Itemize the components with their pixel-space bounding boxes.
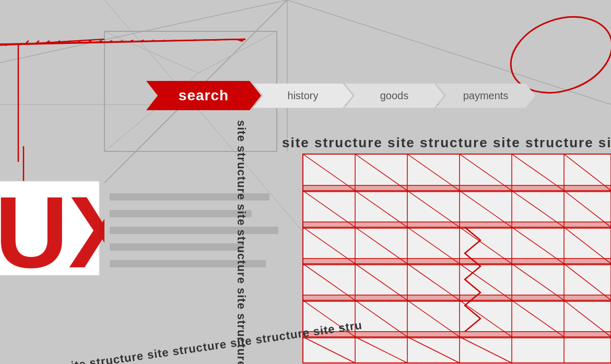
svg-line-63	[407, 154, 460, 191]
svg-line-30	[162, 40, 164, 41]
ux-logo: UX UX	[0, 176, 104, 280]
svg-text:UX: UX	[0, 176, 104, 280]
svg-line-10	[0, 39, 245, 44]
svg-rect-97	[303, 259, 611, 265]
svg-rect-46	[303, 154, 611, 363]
svg-line-86	[355, 300, 407, 337]
svg-rect-98	[303, 295, 611, 301]
svg-line-66	[564, 154, 611, 191]
svg-line-37	[235, 39, 238, 40]
svg-line-22	[78, 41, 81, 42]
svg-line-23	[89, 41, 91, 42]
svg-rect-99	[303, 332, 611, 338]
svg-line-73	[303, 227, 355, 264]
history-button[interactable]: history	[253, 84, 352, 108]
svg-line-18	[37, 41, 39, 43]
svg-line-34	[204, 40, 206, 40]
svg-line-19	[47, 41, 50, 42]
svg-line-77	[512, 227, 564, 264]
svg-line-65	[512, 154, 564, 191]
svg-rect-95	[303, 185, 611, 192]
svg-line-8	[198, 31, 277, 73]
svg-line-80	[355, 264, 407, 300]
svg-line-31	[172, 40, 175, 41]
svg-line-13	[18, 39, 104, 44]
svg-line-24	[99, 41, 102, 42]
svg-line-69	[407, 191, 460, 227]
svg-line-26	[120, 41, 123, 42]
svg-line-75	[407, 227, 460, 264]
payments-button[interactable]: payments	[436, 84, 535, 108]
svg-line-40	[5, 44, 8, 45]
svg-line-0	[104, 0, 418, 364]
content-lines	[110, 193, 287, 277]
svg-line-17	[26, 41, 29, 43]
svg-line-5	[0, 0, 287, 63]
svg-line-76	[460, 227, 512, 264]
svg-line-78	[564, 227, 611, 264]
main-scene: UX UX site structure site structure site…	[0, 0, 611, 364]
svg-line-81	[407, 264, 460, 300]
svg-line-12	[18, 39, 245, 44]
svg-line-84	[564, 264, 611, 300]
nav-bar: search history goods payments	[146, 81, 535, 110]
svg-line-82	[460, 264, 512, 300]
svg-line-33	[193, 40, 196, 41]
search-button[interactable]: search	[146, 81, 261, 110]
svg-line-71	[512, 191, 564, 227]
svg-line-67	[303, 191, 355, 227]
svg-line-88	[460, 300, 512, 337]
svg-line-74	[355, 227, 407, 264]
content-line-2	[110, 210, 252, 217]
svg-line-16	[238, 40, 243, 41]
svg-line-35	[214, 40, 217, 40]
svg-line-29	[151, 40, 154, 41]
svg-line-28	[141, 40, 144, 41]
content-line-5	[110, 260, 266, 267]
svg-line-25	[110, 41, 112, 42]
svg-line-70	[460, 191, 512, 227]
svg-rect-42	[8, 198, 39, 227]
svg-line-32	[183, 40, 185, 41]
svg-line-89	[512, 300, 564, 337]
svg-text:UX: UX	[0, 176, 104, 280]
goods-button[interactable]: goods	[345, 84, 444, 108]
svg-line-92	[355, 337, 407, 363]
svg-line-44	[8, 198, 39, 227]
svg-line-83	[512, 264, 564, 300]
svg-line-15	[240, 39, 245, 41]
svg-line-38	[0, 44, 18, 46]
svg-line-43	[8, 198, 39, 227]
svg-line-62	[355, 154, 407, 191]
content-line-4	[110, 243, 243, 251]
svg-line-64	[460, 154, 512, 191]
svg-line-93	[407, 337, 460, 363]
svg-line-85	[303, 300, 355, 337]
svg-line-68	[355, 191, 407, 227]
site-structure-bottom-text: e site structure site structure site str…	[53, 319, 363, 364]
content-line-1	[110, 193, 269, 201]
svg-marker-100	[0, 181, 99, 275]
svg-line-72	[564, 191, 611, 227]
svg-line-91	[303, 337, 355, 363]
svg-rect-96	[303, 222, 611, 228]
svg-line-90	[564, 300, 611, 337]
svg-line-79	[303, 264, 355, 300]
site-structure-horizontal-text: site structure site structure site struc…	[282, 135, 611, 151]
content-line-3	[110, 227, 278, 234]
svg-line-94	[460, 337, 512, 363]
svg-line-27	[131, 40, 133, 41]
svg-line-21	[68, 41, 70, 42]
svg-line-87	[407, 300, 460, 337]
svg-line-7	[104, 31, 198, 73]
svg-line-61	[303, 154, 355, 191]
svg-line-20	[57, 41, 60, 42]
